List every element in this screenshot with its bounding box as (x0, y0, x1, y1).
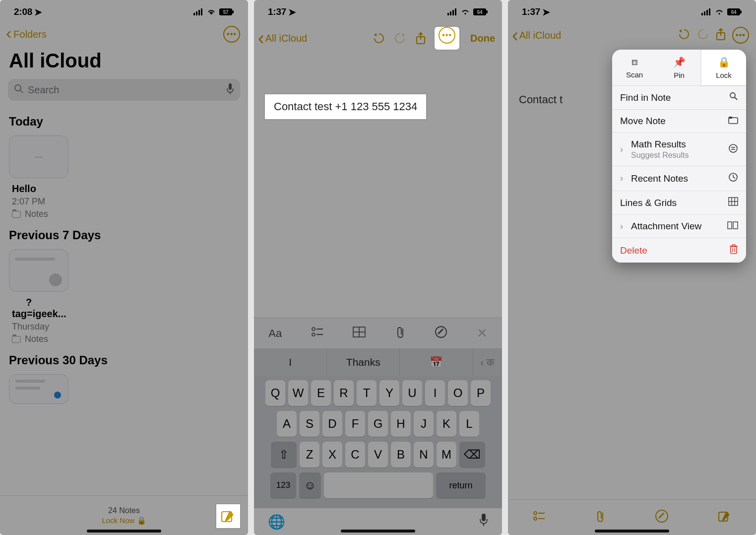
folder-icon (12, 336, 21, 343)
key-r[interactable]: R (334, 380, 354, 406)
key-h[interactable]: H (391, 411, 411, 437)
markup-button[interactable] (655, 509, 669, 526)
attachment-button[interactable] (595, 510, 606, 526)
section-prev7: Previous 7 Days (0, 219, 248, 247)
markup-button[interactable] (435, 326, 447, 341)
backspace-key[interactable]: ⌫ (459, 442, 485, 468)
key-l[interactable]: L (459, 411, 479, 437)
suggestion-lang[interactable]: ‹ क (473, 348, 502, 376)
key-c[interactable]: C (345, 442, 365, 468)
key-m[interactable]: M (437, 442, 456, 468)
key-u[interactable]: U (402, 380, 422, 406)
undo-button[interactable] (678, 28, 691, 43)
checklist-button[interactable] (533, 511, 546, 525)
delete-action[interactable]: Delete (612, 238, 746, 263)
table-button[interactable] (353, 327, 366, 340)
find-in-note-action[interactable]: Find in Note (612, 85, 746, 109)
compose-button[interactable] (216, 504, 240, 528)
key-o[interactable]: O (448, 380, 468, 406)
status-time: 2:08 (14, 6, 32, 17)
svg-rect-2 (198, 10, 200, 15)
key-f[interactable]: F (345, 411, 365, 437)
key-s[interactable]: S (300, 411, 319, 437)
svg-text:57: 57 (223, 9, 229, 15)
svg-rect-55 (733, 222, 738, 229)
key-x[interactable]: X (322, 442, 342, 468)
redo-button[interactable] (393, 32, 407, 45)
search-input[interactable]: Search (8, 79, 240, 101)
redo-button[interactable] (696, 28, 709, 43)
home-indicator[interactable] (595, 530, 669, 533)
key-y[interactable]: Y (379, 380, 399, 406)
more-options-button[interactable]: ••• (435, 27, 459, 50)
key-t[interactable]: T (357, 380, 377, 406)
lines-grids-action[interactable]: Lines & Grids (612, 191, 746, 214)
key-p[interactable]: P (471, 380, 491, 406)
globe-key[interactable]: 🌐 (268, 514, 285, 530)
key-b[interactable]: B (391, 442, 411, 468)
key-e[interactable]: E (311, 380, 331, 406)
note-thumbnail[interactable] (9, 374, 68, 404)
suggestion-2[interactable]: Thanks (327, 348, 400, 376)
key-w[interactable]: W (288, 380, 308, 406)
pin-action[interactable]: 📌Pin (657, 50, 701, 85)
cellular-icon (701, 8, 711, 15)
svg-rect-32 (704, 11, 705, 15)
lock-action[interactable]: 🔒Lock (701, 50, 746, 85)
key-g[interactable]: G (368, 411, 388, 437)
more-options-button[interactable]: ••• (223, 26, 240, 43)
return-key[interactable]: return (436, 472, 486, 498)
suggestion-1[interactable]: I (254, 348, 327, 376)
emoji-key[interactable]: ☺ (299, 472, 321, 498)
key-z[interactable]: Z (300, 442, 319, 468)
space-key[interactable] (324, 472, 433, 498)
key-k[interactable]: K (437, 411, 456, 437)
svg-rect-5 (232, 10, 234, 13)
close-toolbar-button[interactable]: ✕ (477, 326, 488, 341)
mic-icon[interactable] (226, 83, 234, 97)
share-button[interactable] (414, 32, 428, 45)
home-indicator[interactable] (87, 530, 161, 533)
undo-button[interactable] (372, 32, 386, 45)
svg-point-40 (730, 93, 735, 98)
done-button[interactable]: Done (470, 33, 495, 44)
section-prev30: Previous 30 Days (0, 344, 248, 372)
key-a[interactable]: A (277, 411, 297, 437)
note-content[interactable]: Contact test +1 123 555 1234 (254, 50, 502, 119)
note-thumbnail[interactable] (9, 249, 68, 292)
note-item[interactable]: ? tag=igeek... Thursday Notes (0, 296, 248, 344)
svg-point-44 (729, 144, 737, 152)
text-format-button[interactable]: Aa (268, 327, 282, 340)
back-button[interactable]: All iCloud (512, 30, 561, 41)
back-to-folders[interactable]: Folders (6, 27, 47, 41)
note-item[interactable]: Hello 2:07 PM Notes (0, 182, 248, 219)
home-indicator[interactable] (341, 530, 415, 533)
more-options-button[interactable]: ••• (732, 27, 749, 44)
numeric-key[interactable]: 123 (270, 472, 296, 498)
key-v[interactable]: V (368, 442, 388, 468)
key-i[interactable]: I (425, 380, 445, 406)
shift-key[interactable]: ⇧ (271, 442, 297, 468)
checklist-button[interactable] (311, 327, 324, 340)
key-n[interactable]: N (414, 442, 434, 468)
move-note-action[interactable]: Move Note (612, 109, 746, 133)
suggestion-3[interactable]: 📅 (400, 348, 473, 376)
compose-button[interactable] (718, 509, 732, 526)
back-button[interactable]: All iCloud (258, 33, 307, 44)
attachment-view-action[interactable]: › Attachment View (612, 214, 746, 238)
note-thumbnail[interactable]: — (9, 135, 68, 178)
scan-icon: ⧈ (631, 56, 638, 67)
pin-icon: 📌 (673, 56, 686, 68)
wifi-icon (714, 8, 724, 15)
math-results-action[interactable]: › Math Results Suggest Results (612, 133, 746, 166)
key-j[interactable]: J (414, 411, 434, 437)
grid-icon (728, 197, 738, 208)
recent-notes-action[interactable]: › Recent Notes (612, 166, 746, 191)
key-q[interactable]: Q (265, 380, 285, 406)
scan-action[interactable]: ⧈Scan (612, 50, 657, 85)
lock-now-button[interactable]: Lock Now 🔒 (102, 516, 146, 525)
dictation-key[interactable] (479, 514, 488, 530)
key-d[interactable]: D (322, 411, 342, 437)
attachment-button[interactable] (395, 326, 406, 341)
share-button[interactable] (715, 28, 726, 43)
